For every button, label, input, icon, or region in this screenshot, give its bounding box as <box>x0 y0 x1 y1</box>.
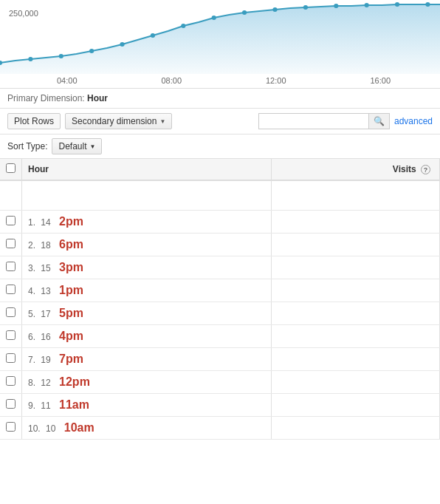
row-checkbox[interactable] <box>6 376 16 386</box>
sort-type-dropdown[interactable]: Default ▼ <box>52 138 102 154</box>
row-rank: 7. <box>28 355 35 365</box>
x-label-4: 16:00 <box>370 76 391 85</box>
row-rank: 3. <box>28 263 35 273</box>
row-visits-cell <box>271 370 439 393</box>
empty-header-row <box>0 180 440 210</box>
th-checkbox <box>0 159 22 180</box>
row-hour-label: 12pm <box>59 375 90 388</box>
x-label-2: 08:00 <box>161 76 182 85</box>
row-hour-label: 10am <box>64 421 94 434</box>
row-checkbox-cell <box>0 347 22 370</box>
row-hour-num: 13 <box>41 286 50 296</box>
row-visits-cell <box>271 324 439 347</box>
row-rank: 5. <box>28 309 35 319</box>
row-rank: 4. <box>28 286 35 296</box>
row-hour-label: 2pm <box>59 215 83 228</box>
sort-dropdown-arrow-icon: ▼ <box>90 143 96 150</box>
row-visits-cell <box>271 302 439 324</box>
row-checkbox-cell <box>0 302 22 324</box>
table-row: 1. 14 2pm <box>0 210 440 233</box>
table-header-row: Hour Visits ? <box>0 159 440 180</box>
row-checkbox[interactable] <box>6 262 16 271</box>
row-rank: 8. <box>28 378 35 388</box>
row-hour-cell: 6. 16 4pm <box>22 324 272 347</box>
row-checkbox[interactable] <box>6 330 16 340</box>
row-checkbox[interactable] <box>6 239 16 248</box>
sort-row: Sort Type: Default ▼ <box>0 134 440 159</box>
svg-point-13 <box>395 2 399 7</box>
row-checkbox-cell <box>0 256 22 279</box>
table-row: 6. 16 4pm <box>0 324 440 347</box>
sort-label: Sort Type: <box>7 141 47 151</box>
svg-point-2 <box>59 54 63 58</box>
row-rank: 1. <box>28 217 35 228</box>
svg-point-11 <box>334 4 338 8</box>
row-hour-num: 11 <box>41 401 50 411</box>
table-row: 3. 15 3pm <box>0 256 440 279</box>
row-hour-num: 18 <box>41 240 50 251</box>
search-input[interactable] <box>258 113 369 129</box>
row-hour-label: 3pm <box>59 261 83 273</box>
row-visits-cell <box>271 233 439 256</box>
row-rank: 10. <box>28 423 41 434</box>
row-hour-cell: 1. 14 2pm <box>22 210 272 233</box>
row-visits-cell <box>271 347 439 370</box>
x-label-3: 12:00 <box>266 76 286 85</box>
row-checkbox-cell <box>0 210 22 233</box>
row-hour-label: 5pm <box>59 307 83 319</box>
row-checkbox[interactable] <box>6 422 16 432</box>
dimension-value: Hour <box>87 93 108 103</box>
row-hour-cell: 8. 12 12pm <box>22 370 272 393</box>
row-hour-num: 14 <box>41 217 50 228</box>
row-hour-label: 11am <box>59 398 89 411</box>
svg-point-4 <box>120 42 124 47</box>
chart-x-labels: 04:00 08:00 12:00 16:00 <box>15 76 433 85</box>
row-checkbox[interactable] <box>6 399 16 409</box>
th-visits: Visits ? <box>271 159 439 180</box>
row-hour-cell: 3. 15 3pm <box>22 256 272 279</box>
search-button[interactable]: 🔍 <box>369 113 390 129</box>
row-visits-cell <box>271 210 439 233</box>
chart-container: 250,000 04:00 08:00 12:00 16:00 <box>0 0 440 89</box>
table-row: 10. 10 10am <box>0 416 440 439</box>
controls-row: Plot Rows Secondary dimension ▼ 🔍 advanc… <box>0 109 440 134</box>
dimension-label: Primary Dimension: <box>7 93 85 103</box>
select-all-checkbox[interactable] <box>6 163 16 173</box>
row-hour-num: 15 <box>41 263 50 273</box>
row-visits-cell <box>271 279 439 302</box>
row-hour-cell: 10. 10 10am <box>22 416 272 439</box>
svg-point-9 <box>272 7 277 12</box>
row-checkbox[interactable] <box>6 353 16 363</box>
svg-point-3 <box>89 49 94 53</box>
svg-point-14 <box>425 2 430 7</box>
dropdown-arrow-icon: ▼ <box>159 118 165 125</box>
row-hour-num: 17 <box>41 309 50 319</box>
svg-point-5 <box>151 33 155 38</box>
x-label-1: 04:00 <box>57 76 78 85</box>
row-hour-cell: 7. 19 7pm <box>22 347 272 370</box>
row-hour-label: 7pm <box>59 353 83 365</box>
row-checkbox-cell <box>0 279 22 302</box>
row-visits-cell <box>271 393 439 416</box>
visits-help-icon[interactable]: ? <box>421 165 430 174</box>
svg-point-6 <box>181 24 185 28</box>
row-checkbox[interactable] <box>6 216 16 225</box>
svg-point-12 <box>365 3 369 7</box>
row-visits-cell <box>271 416 439 439</box>
row-checkbox-cell <box>0 416 22 439</box>
row-checkbox-cell <box>0 370 22 393</box>
row-checkbox-cell <box>0 233 22 256</box>
row-checkbox[interactable] <box>6 307 16 317</box>
row-hour-num: 10 <box>46 423 55 434</box>
advanced-link[interactable]: advanced <box>394 116 433 126</box>
secondary-dimension-dropdown[interactable]: Secondary dimension ▼ <box>65 113 172 129</box>
plot-rows-button[interactable]: Plot Rows <box>7 113 61 129</box>
row-hour-label: 6pm <box>59 238 83 251</box>
row-hour-num: 19 <box>41 355 50 365</box>
row-hour-label: 1pm <box>59 284 83 296</box>
row-visits-cell <box>271 256 439 279</box>
row-checkbox-cell <box>0 324 22 347</box>
table-row: 2. 18 6pm <box>0 233 440 256</box>
table-row: 9. 11 11am <box>0 393 440 416</box>
row-checkbox[interactable] <box>6 285 16 294</box>
